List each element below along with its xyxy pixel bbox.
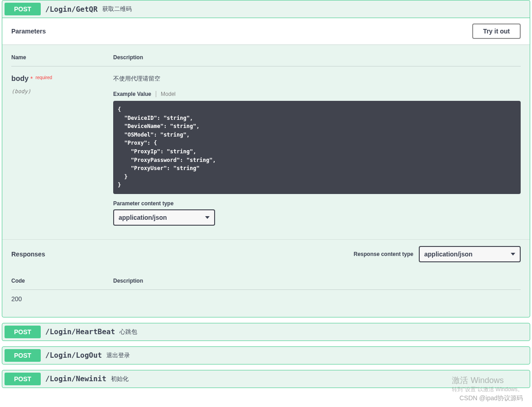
parameters-heading: Parameters	[11, 28, 46, 35]
endpoint-path: /Login/Newinit	[45, 374, 106, 383]
responses-heading: Responses	[11, 251, 45, 258]
response-content-type-select[interactable]: application/json	[419, 246, 521, 262]
parameters-table-head: Name Description	[11, 49, 521, 66]
endpoint-body: Parameters Try it out Name Description b…	[2, 18, 530, 317]
responses-table-head: Code Description	[11, 272, 521, 290]
example-value-json[interactable]: { "DeviceID": "string", "DeviceName": "s…	[113, 101, 521, 194]
endpoint-summary-row[interactable]: POST/Login/LogOut退出登录	[2, 347, 530, 364]
parameter-description-cell: 不使用代理请留空 Example Value Model { "DeviceID…	[113, 75, 521, 226]
parameters-header: Parameters Try it out	[2, 18, 530, 44]
http-method-badge: POST	[5, 326, 41, 338]
parameter-in: (body)	[11, 88, 113, 95]
parameter-content-type-label: Parameter content type	[113, 200, 521, 207]
try-it-out-button[interactable]: Try it out	[472, 24, 521, 39]
http-method-badge: POST	[5, 373, 41, 385]
response-content-type-group: Response content type application/json	[354, 246, 521, 262]
column-header-code: Code	[11, 278, 113, 284]
parameter-description: 不使用代理请留空	[113, 75, 521, 83]
endpoint-path: /Login/HeartBeat	[45, 327, 115, 336]
http-method-badge: POST	[5, 3, 41, 15]
parameter-content-type-value: application/json	[119, 214, 167, 221]
endpoint-summary-row[interactable]: POST /Login/GetQR 获取二维码	[2, 0, 530, 18]
endpoint-summary: 初始化	[111, 375, 129, 383]
endpoint-getqr: POST /Login/GetQR 获取二维码 Parameters Try i…	[2, 0, 530, 317]
responses-section: Responses Response content type applicat…	[2, 239, 530, 317]
tab-example-value[interactable]: Example Value	[113, 91, 151, 97]
response-description	[113, 295, 521, 303]
endpoint-collapsed: POST/Login/HeartBeat心跳包	[2, 323, 530, 341]
endpoint-path: /Login/LogOut	[45, 351, 102, 360]
tab-model[interactable]: Model	[161, 91, 176, 97]
parameter-name-cell: body * required (body)	[11, 75, 113, 95]
chevron-down-icon	[205, 216, 210, 219]
column-header-name: Name	[11, 54, 113, 61]
endpoint-summary-row[interactable]: POST/Login/HeartBeat心跳包	[2, 323, 530, 341]
chevron-down-icon	[511, 253, 515, 256]
responses-table: Code Description 200	[2, 269, 530, 317]
endpoint-summary-row[interactable]: POST/Login/Newinit初始化	[2, 370, 530, 388]
response-content-type-label: Response content type	[354, 251, 413, 257]
endpoint-summary: 退出登录	[106, 351, 130, 360]
parameter-row-body: body * required (body) 不使用代理请留空 Example …	[11, 66, 521, 226]
required-star: *	[30, 75, 33, 82]
parameters-table: Name Description body * required (body) …	[2, 44, 530, 239]
endpoint-collapsed: POST/Login/Newinit初始化	[2, 370, 530, 388]
endpoint-path: /Login/GetQR	[45, 5, 98, 14]
response-row: 200	[11, 290, 521, 308]
tab-separator	[156, 91, 156, 97]
responses-header: Responses Response content type applicat…	[2, 240, 530, 269]
column-header-description: Description	[113, 278, 521, 284]
http-method-badge: POST	[5, 349, 41, 362]
parameter-name: body	[11, 75, 29, 82]
endpoint-summary: 心跳包	[120, 328, 137, 336]
example-model-tabs: Example Value Model	[113, 91, 521, 97]
required-label: required	[34, 75, 52, 80]
response-content-type-value: application/json	[424, 251, 473, 258]
response-code: 200	[11, 295, 113, 303]
endpoint-collapsed: POST/Login/LogOut退出登录	[2, 346, 530, 364]
parameter-content-type-select[interactable]: application/json	[113, 209, 215, 226]
endpoint-summary: 获取二维码	[102, 5, 132, 13]
column-header-description: Description	[113, 54, 521, 61]
